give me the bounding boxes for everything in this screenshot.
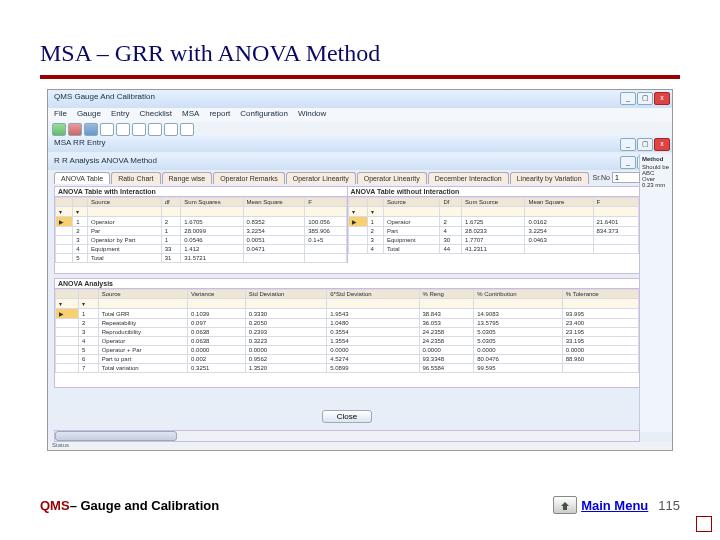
main-menu-link[interactable]: Main Menu bbox=[553, 496, 648, 514]
tool-save-icon[interactable] bbox=[84, 123, 98, 136]
table-cell: 1.9543 bbox=[327, 309, 419, 319]
table-cell: 1 bbox=[367, 217, 383, 227]
anova-analysis-table: SourceVarianceStd Deviation6*Std Deviati… bbox=[55, 289, 639, 373]
table-cell bbox=[348, 236, 367, 245]
table-cell: 5.0899 bbox=[327, 364, 419, 373]
table-cell: 0.0000 bbox=[245, 346, 326, 355]
close-icon[interactable]: x bbox=[654, 92, 670, 105]
table-cell: 0.0000 bbox=[327, 346, 419, 355]
tab-5[interactable]: Operator Linearity bbox=[357, 172, 427, 184]
table-cell: 5 bbox=[78, 346, 98, 355]
tab-1[interactable]: Ratio Chart bbox=[111, 172, 160, 184]
anova-analysis-wrap: ANOVA Analysis SourceVarianceStd Deviati… bbox=[54, 278, 640, 388]
table-cell: 7 bbox=[78, 364, 98, 373]
table-cell: 99.595 bbox=[474, 364, 562, 373]
table-cell: 5 bbox=[73, 254, 88, 263]
tab-6[interactable]: December Interaction bbox=[428, 172, 509, 184]
anova-nointer-caption: ANOVA Table without Interaction bbox=[348, 187, 640, 197]
footer-qms: QMS bbox=[40, 498, 70, 513]
page-number: 115 bbox=[658, 498, 680, 513]
tab-2[interactable]: Range wise bbox=[162, 172, 213, 184]
table-cell: 2 bbox=[161, 217, 181, 227]
table-cell: Par bbox=[88, 227, 162, 236]
table-cell: 33.195 bbox=[562, 337, 638, 346]
table-cell: 41.2311 bbox=[462, 245, 525, 254]
tab-0[interactable]: ANOVA Table bbox=[54, 172, 110, 184]
table-cell: Part bbox=[383, 227, 440, 236]
menu-msa[interactable]: MSA bbox=[182, 109, 199, 118]
table-cell: Total bbox=[88, 254, 162, 263]
table-cell: 2 bbox=[73, 227, 88, 236]
menu-file[interactable]: File bbox=[54, 109, 67, 118]
table-cell bbox=[56, 364, 79, 373]
table-cell bbox=[56, 337, 79, 346]
tool-first-icon[interactable] bbox=[116, 123, 130, 136]
table-cell: 0.0471 bbox=[243, 245, 305, 254]
window-title-main: QMS Gauge And Calibration bbox=[48, 90, 672, 103]
table-cell: 44 bbox=[440, 245, 462, 254]
table-cell bbox=[56, 346, 79, 355]
menu-gauge[interactable]: Gauge bbox=[77, 109, 101, 118]
sub2-minimize-icon[interactable]: _ bbox=[620, 156, 636, 169]
tool-4-icon[interactable] bbox=[100, 123, 114, 136]
tab-4[interactable]: Operator Linearity bbox=[286, 172, 356, 184]
menu-checklist[interactable]: Checklist bbox=[140, 109, 172, 118]
table-cell: 4 bbox=[78, 337, 98, 346]
table-cell bbox=[56, 319, 79, 328]
table-cell: 1 bbox=[78, 309, 98, 319]
table-cell bbox=[56, 355, 79, 364]
table-cell: 4 bbox=[440, 227, 462, 236]
horizontal-scrollbar[interactable] bbox=[54, 430, 640, 442]
table-cell: 0.1+5 bbox=[305, 236, 346, 245]
close-bar: Close bbox=[54, 410, 640, 428]
tool-delete-icon[interactable] bbox=[68, 123, 82, 136]
table-cell: 0.8352 bbox=[243, 217, 305, 227]
tool-next-icon[interactable] bbox=[148, 123, 162, 136]
table-cell: 5.0305 bbox=[474, 337, 562, 346]
table-cell bbox=[56, 328, 79, 337]
menu-report[interactable]: report bbox=[209, 109, 230, 118]
tool-last-icon[interactable] bbox=[164, 123, 178, 136]
table-cell: 3 bbox=[78, 328, 98, 337]
table-cell: Operator bbox=[88, 217, 162, 227]
table-cell: 24.2358 bbox=[419, 337, 474, 346]
maximize-icon[interactable]: ▢ bbox=[637, 92, 653, 105]
tab-7[interactable]: Linearity by Variation bbox=[510, 172, 589, 184]
tool-prev-icon[interactable] bbox=[132, 123, 146, 136]
tab-3[interactable]: Operator Remarks bbox=[213, 172, 285, 184]
table-cell: 24.2358 bbox=[419, 328, 474, 337]
menu-configuration[interactable]: Configuration bbox=[240, 109, 288, 118]
table-cell bbox=[348, 245, 367, 254]
table-cell: 0.1039 bbox=[188, 309, 246, 319]
tool-new-icon[interactable] bbox=[52, 123, 66, 136]
table-cell: 4.5274 bbox=[327, 355, 419, 364]
up-arrow-icon bbox=[553, 496, 577, 514]
table-cell bbox=[56, 236, 73, 245]
scrollbar-thumb[interactable] bbox=[55, 431, 177, 441]
menu-window[interactable]: Window bbox=[298, 109, 326, 118]
table-cell: 0.2393 bbox=[245, 328, 326, 337]
table-cell: 4 bbox=[367, 245, 383, 254]
main-menu-label: Main Menu bbox=[581, 498, 648, 513]
table-cell: 33 bbox=[161, 245, 181, 254]
slide-footer: QMS – Gauge and Calibration Main Menu 11… bbox=[40, 496, 680, 514]
table-cell: 0.0000 bbox=[474, 346, 562, 355]
close-button[interactable]: Close bbox=[322, 410, 372, 423]
tool-9-icon[interactable] bbox=[180, 123, 194, 136]
table-cell: 1.3520 bbox=[245, 364, 326, 373]
sub-maximize-icon[interactable]: ▢ bbox=[637, 138, 653, 151]
table-cell: Operator bbox=[98, 337, 187, 346]
menu-entry[interactable]: Entry bbox=[111, 109, 130, 118]
table-cell: 93.995 bbox=[562, 309, 638, 319]
window-titlebar-sub2: R R Analysis ANOVA Method _ ▢ x bbox=[48, 154, 672, 170]
sub-minimize-icon[interactable]: _ bbox=[620, 138, 636, 151]
method-panel: Method Should beABCOver0.23 mm bbox=[639, 154, 672, 432]
minimize-icon[interactable]: _ bbox=[620, 92, 636, 105]
sub-close-icon[interactable]: x bbox=[654, 138, 670, 151]
table-cell: 3.2254 bbox=[525, 227, 593, 236]
table-cell: 23.400 bbox=[562, 319, 638, 328]
table-cell: 2 bbox=[367, 227, 383, 236]
table-cell bbox=[525, 245, 593, 254]
table-cell: Total bbox=[383, 245, 440, 254]
table-cell: 1.6725 bbox=[462, 217, 525, 227]
